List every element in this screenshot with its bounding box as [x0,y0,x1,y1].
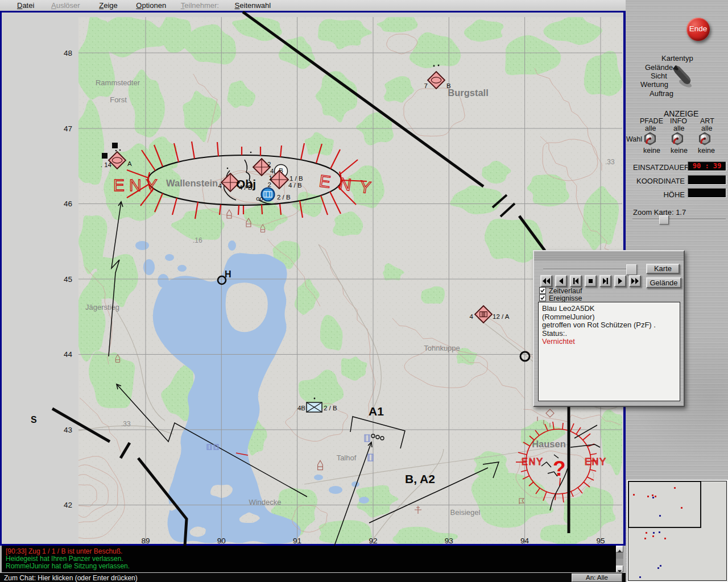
minimap-red-dot [655,496,656,497]
unit-inf-left: 4B [297,405,305,411]
anzeige-art-keine[interactable]: keine [698,147,715,155]
unit-blue-left: oo [256,195,263,202]
replay-step-forward-button[interactable] [599,275,611,287]
koordinate-label: KOORDINATE [633,177,685,185]
replay-stop-button[interactable] [585,275,597,287]
map-spot-16a: .16 [193,236,202,244]
anzeige-pfade-keine[interactable]: keine [643,147,660,155]
grid-row-label: 43 [64,426,72,434]
chat-prompt[interactable]: Zum Chat: Hier klicken (oder Enter drück… [4,574,138,582]
map-label-forst: Forst [110,95,127,104]
replay-play-back-button[interactable] [555,275,567,287]
log-line: Status:. [542,330,680,338]
replay-slider-track[interactable] [543,269,626,270]
map-label-tohnkuppe: Tohnkuppe [424,344,460,352]
gelaende-button[interactable]: Gelände [646,277,681,288]
menu-datei[interactable]: Datei [17,1,34,10]
chat-scrollbar[interactable] [616,546,623,572]
anzeige-info-keine[interactable]: keine [671,147,688,155]
knob-art[interactable] [697,131,713,147]
grid-col-label: 89 [141,537,150,545]
zoom-slider-handle[interactable] [659,215,669,225]
map-label-burgstall: Burgstall [448,88,489,98]
grid-col-label: 91 [293,537,301,545]
tactical-h: H [225,269,231,279]
map-label-windecke: Windecke [249,498,281,506]
ereignisse-label: Ereignisse [549,294,582,302]
knob-pfade[interactable] [642,131,658,147]
minimap-red-dot [647,496,649,497]
zeitverlauf-checkbox[interactable] [539,287,546,294]
chat-scroll-down-button[interactable] [616,566,623,572]
stop-icon [586,276,595,286]
ereignisse-checkbox[interactable] [539,294,546,301]
log-line: getroffen von Rot Schützen (PzF) . [542,321,680,330]
forward-fast-icon [630,276,640,286]
status-bar[interactable]: Zum Chat: Hier klicken (oder Enter drück… [0,572,626,582]
unit-d4-top: 2 [267,161,271,168]
menu-optionen[interactable]: Optionen [136,1,166,10]
hoehe-label: HÖHE [633,190,685,199]
chat-message-area[interactable]: [90:33] Zug 1 / 1 / B ist unter Beschuß.… [2,546,616,572]
unit-square-2[interactable] [102,153,107,159]
map-view[interactable]: 48 47 46 45 44 43 42 89 90 91 92 93 94 9… [0,0,626,582]
tactical-b-a2: B, A2 [405,472,435,485]
map-label-wallenstein: Wallenstein [166,178,218,188]
tactical-eny-left: ENY [113,176,162,194]
kartentyp-option-wertung[interactable]: Wertung [640,80,668,89]
replay-step-back-button[interactable] [570,275,582,287]
grid-row-label: 45 [64,275,72,284]
unit-d5-l2: 2 [268,181,271,188]
unit-burgstall-right: B [446,82,451,89]
unit-inf-right: 2 / B [324,405,337,411]
grid-col-label: 93 [445,537,453,545]
tactical-eny-hausen-left: ENY [522,457,544,467]
unit-d3-left: 4 [218,182,222,189]
chat-line-3: RommelJunior hat die Sitzung verlassen. [6,562,130,570]
replay-slider-handle[interactable] [626,264,637,275]
replay-panel-titlebar[interactable] [534,251,684,261]
unit-square-1[interactable] [112,143,118,148]
menu-seitenwahl[interactable]: Seitenwahl [235,1,271,10]
menu-ausloeser: Auslöser [51,1,80,10]
karte-button[interactable]: Karte [646,264,680,274]
hoehe-display [688,188,726,198]
unit-burgstall-left: 7 [424,82,428,89]
unit-arty-left: 4 [470,313,474,320]
event-log[interactable]: Blau Leo2A5DK (RommelJunior) getroffen v… [538,302,680,401]
replay-play-button[interactable] [614,275,626,287]
zeitverlauf-label: Zeitverlauf [549,287,582,295]
minimap-blue-dot [660,565,661,567]
kartentyp-option-auftrag[interactable]: Auftrag [650,89,673,98]
knob-info[interactable] [669,131,685,147]
tactical-obj: Obj [236,177,256,190]
play-icon [615,276,625,286]
map-label-rammstedter: Rammstedter [96,78,140,87]
replay-rewind-fast-button[interactable] [540,275,552,287]
kartentyp-option-gelaende[interactable]: Gelände [645,63,673,72]
unit-blue-right: 2 / B [277,194,291,201]
unit-d4-bottom: 4 [270,168,274,174]
zoom-slider-track[interactable] [632,219,726,220]
replay-panel: Karte Gelände Zeitverlauf Ereignisse Bla… [533,250,685,407]
grid-row-label: 46 [64,199,72,208]
replay-forward-fast-button[interactable] [629,275,641,287]
minimap-blue-dot [652,497,654,498]
chat-scroll-up-button[interactable] [616,546,623,552]
anzeige-col-art: ART [700,117,714,125]
ende-button[interactable]: Ende [686,18,710,41]
map-label-hausen: Hausen [532,439,566,449]
minimap-viewport-rect[interactable] [628,481,701,528]
grid-col-label: 95 [596,537,605,545]
menu-teilnehmer: Teilnehmer: [181,1,219,10]
chat-scroll-thumb[interactable] [616,552,623,559]
minimap-blue-dot [657,567,659,569]
grid-col-label: 94 [520,537,530,545]
minimap-overview[interactable] [628,481,727,581]
unit-recon-right: A [127,160,132,167]
menu-zeige[interactable]: Zeige [99,1,118,10]
unit-recon-left: . 14 [101,161,112,168]
kartentyp-option-sicht[interactable]: Sicht [651,72,667,80]
unit-d5-r1: 1 / B [289,175,303,182]
chat-target-button[interactable]: An: Alle [572,573,622,582]
